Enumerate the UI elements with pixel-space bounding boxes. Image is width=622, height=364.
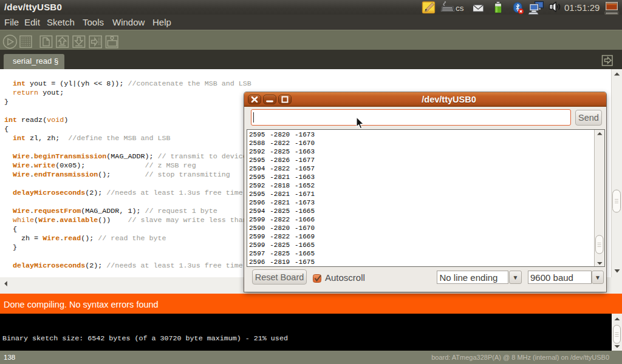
svg-text:01:51:29: 01:51:29	[564, 2, 600, 13]
svg-text:cs: cs	[456, 4, 464, 13]
